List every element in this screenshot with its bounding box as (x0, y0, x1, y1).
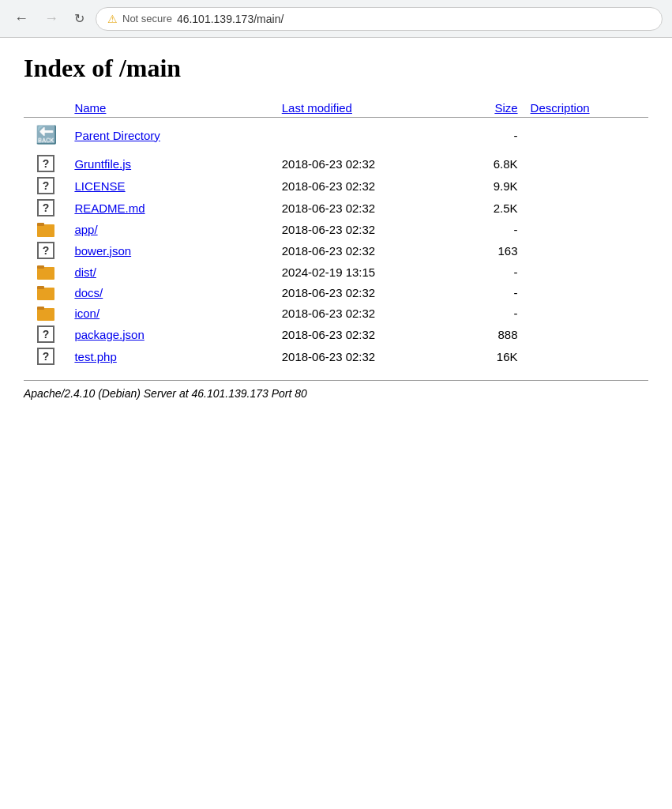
file-modified-cell: 2018-06-23 02:32 (276, 345, 462, 367)
refresh-button[interactable]: ↻ (69, 8, 89, 29)
file-icon-cell (24, 303, 68, 323)
file-size-cell: - (462, 262, 524, 282)
not-secure-label: Not secure (122, 13, 172, 24)
file-size-cell: - (462, 122, 524, 148)
file-size-cell: 16K (462, 345, 524, 367)
forward-button[interactable]: → (39, 7, 63, 30)
server-footer: Apache/2.4.10 (Debian) Server at 46.101.… (24, 387, 648, 400)
file-modified-cell: 2018-06-23 02:32 (276, 323, 462, 345)
size-sort-link[interactable]: Size (494, 101, 517, 115)
svg-rect-13 (37, 265, 44, 269)
file-modified-cell: 2018-06-23 02:32 (276, 219, 462, 239)
file-description-cell (524, 262, 648, 282)
file-icon-cell: ? (24, 175, 68, 197)
name-sort-link[interactable]: Name (74, 101, 106, 115)
svg-text:?: ? (43, 350, 50, 363)
table-header-row: Name Last modified Size Description (24, 99, 648, 118)
file-icon-cell: ? (24, 345, 68, 367)
file-list: 🔙Parent Directory- ? Gruntfile.js2018-06… (24, 122, 648, 367)
file-icon-cell (24, 262, 68, 282)
file-link[interactable]: package.json (74, 328, 144, 341)
parent-icon: 🔙 (36, 125, 57, 145)
modified-sort-link[interactable]: Last modified (282, 101, 352, 115)
svg-rect-19 (37, 307, 44, 310)
file-name-cell: icon/ (68, 303, 275, 323)
file-link[interactable]: app/ (74, 223, 97, 236)
file-icon-cell: ? (24, 323, 68, 345)
file-icon-cell: 🔙 (24, 122, 68, 148)
file-modified-cell: 2018-06-23 02:32 (276, 303, 462, 323)
file-size-cell: 9.9K (462, 175, 524, 197)
icon-header-cell (24, 99, 68, 118)
svg-text:?: ? (43, 328, 50, 341)
url-display: 46.101.139.173/main/ (177, 13, 283, 25)
file-icon: ? (37, 199, 54, 216)
table-row: dist/2024-02-19 13:15- (24, 262, 648, 282)
file-link[interactable]: dist/ (74, 265, 96, 279)
file-link[interactable]: icon/ (74, 307, 99, 320)
file-link[interactable]: bower.json (74, 244, 131, 258)
folder-icon (37, 305, 54, 321)
file-link[interactable]: LICENSE (74, 179, 125, 193)
file-description-cell (524, 282, 648, 303)
svg-text:?: ? (43, 244, 50, 257)
file-name-cell: Gruntfile.js (68, 152, 275, 175)
file-description-cell (524, 175, 648, 197)
file-icon: ? (37, 155, 54, 172)
file-size-cell: 888 (462, 323, 524, 345)
file-name-cell: Parent Directory (68, 122, 275, 148)
file-description-cell (524, 122, 648, 148)
file-name-cell: LICENSE (68, 175, 275, 197)
file-link[interactable]: Parent Directory (74, 129, 160, 142)
file-description-cell (524, 152, 648, 175)
directory-table: Name Last modified Size Description 🔙Par… (24, 99, 648, 367)
folder-icon (37, 284, 54, 300)
file-icon: ? (37, 325, 54, 343)
file-icon-cell: ? (24, 197, 68, 219)
file-name-cell: bower.json (68, 239, 275, 262)
file-link[interactable]: Gruntfile.js (74, 157, 131, 171)
description-sort-link[interactable]: Description (531, 101, 590, 115)
svg-text:?: ? (43, 201, 50, 214)
table-row: 🔙Parent Directory- (24, 122, 648, 148)
back-button[interactable]: ← (9, 7, 33, 30)
name-header-cell: Name (68, 99, 275, 118)
file-icon-cell: ? (24, 152, 68, 175)
file-modified-cell: 2018-06-23 02:32 (276, 282, 462, 303)
file-size-cell: - (462, 282, 524, 303)
file-link[interactable]: test.php (74, 350, 116, 363)
file-name-cell: app/ (68, 219, 275, 239)
file-size-cell: - (462, 303, 524, 323)
file-modified-cell: 2018-06-23 02:32 (276, 197, 462, 219)
address-bar[interactable]: ⚠ Not secure 46.101.139.173/main/ (96, 7, 663, 31)
table-row: ? test.php2018-06-23 02:3216K (24, 345, 648, 367)
not-secure-icon: ⚠ (107, 13, 118, 25)
file-modified-cell: 2018-06-23 02:32 (276, 152, 462, 175)
file-size-cell: - (462, 219, 524, 239)
file-icon-cell: ? (24, 239, 68, 262)
file-name-cell: package.json (68, 323, 275, 345)
table-row: ? bower.json2018-06-23 02:32163 (24, 239, 648, 262)
footer-divider (24, 380, 648, 387)
file-modified-cell (276, 122, 462, 148)
svg-text:?: ? (43, 157, 50, 170)
file-modified-cell: 2018-06-23 02:32 (276, 239, 462, 262)
file-name-cell: dist/ (68, 262, 275, 282)
file-name-cell: docs/ (68, 282, 275, 303)
file-description-cell (524, 239, 648, 262)
file-name-cell: test.php (68, 345, 275, 367)
file-size-cell: 163 (462, 239, 524, 262)
file-size-cell: 2.5K (462, 197, 524, 219)
folder-icon (37, 264, 54, 280)
file-description-cell (524, 197, 648, 219)
modified-header-cell: Last modified (276, 99, 462, 118)
table-row: app/2018-06-23 02:32- (24, 219, 648, 239)
file-name-cell: README.md (68, 197, 275, 219)
svg-text:?: ? (43, 179, 50, 192)
file-description-cell (524, 303, 648, 323)
table-row: docs/2018-06-23 02:32- (24, 282, 648, 303)
file-link[interactable]: docs/ (74, 286, 103, 299)
svg-rect-16 (37, 286, 44, 289)
file-link[interactable]: README.md (74, 201, 145, 215)
file-size-cell: 6.8K (462, 152, 524, 175)
